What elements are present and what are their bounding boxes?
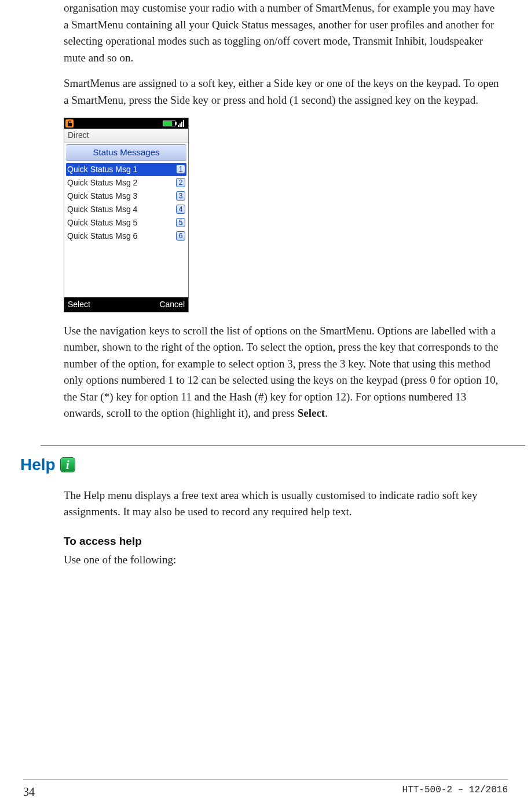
menu-list: Quick Status Msg 1 1 Quick Status Msg 2 … — [64, 163, 188, 297]
list-item[interactable]: Quick Status Msg 6 6 — [66, 230, 186, 243]
list-item-label: Quick Status Msg 3 — [67, 190, 137, 202]
help-heading: Help i — [20, 453, 502, 477]
help-icon: i — [60, 457, 75, 472]
list-item-num: 1 — [176, 165, 185, 174]
access-help-heading: To access help — [64, 533, 502, 550]
page-footer: 34 HTT-500-2 – 12/2016 — [23, 779, 508, 800]
lock-icon — [65, 119, 74, 128]
help-body: The Help menu displays a free text area … — [64, 487, 502, 520]
list-item[interactable]: Quick Status Msg 1 1 — [66, 163, 186, 176]
list-item-num: 5 — [176, 218, 185, 227]
paragraph-intro: organisation may customise your radio wi… — [64, 0, 502, 66]
list-item-num: 2 — [176, 178, 185, 187]
list-item-label: Quick Status Msg 1 — [67, 163, 137, 176]
paragraph-nav: Use the navigation keys to scroll the li… — [64, 323, 502, 422]
menu-title: Status Messages — [66, 144, 186, 161]
radio-screenshot: Direct Status Messages Quick Status Msg … — [64, 118, 189, 312]
doc-id: HTT-500-2 – 12/2016 — [402, 783, 508, 800]
list-item[interactable]: Quick Status Msg 3 3 — [66, 190, 186, 203]
status-bar — [64, 118, 188, 129]
signal-icon — [178, 120, 187, 127]
softkey-right[interactable]: Cancel — [159, 298, 185, 311]
list-item-num: 6 — [176, 231, 185, 241]
list-item[interactable]: Quick Status Msg 5 5 — [66, 216, 186, 230]
softkey-bar: Select Cancel — [64, 297, 188, 312]
blank-area — [66, 243, 186, 296]
battery-icon — [163, 121, 175, 126]
section-divider — [41, 445, 525, 446]
list-item-label: Quick Status Msg 6 — [67, 230, 137, 242]
paragraph-assign: SmartMenus are assigned to a soft key, e… — [64, 75, 502, 108]
list-item-label: Quick Status Msg 5 — [67, 217, 137, 229]
list-item[interactable]: Quick Status Msg 2 2 — [66, 176, 186, 190]
access-intro: Use one of the following: — [64, 552, 502, 569]
list-item-label: Quick Status Msg 2 — [67, 177, 137, 189]
page-number: 34 — [23, 783, 35, 800]
list-item-label: Quick Status Msg 4 — [67, 203, 137, 216]
softkey-left[interactable]: Select — [68, 298, 90, 311]
list-item-num: 3 — [176, 191, 185, 201]
mode-label: Direct — [64, 129, 188, 143]
list-item-num: 4 — [176, 205, 185, 214]
list-item[interactable]: Quick Status Msg 4 4 — [66, 203, 186, 216]
